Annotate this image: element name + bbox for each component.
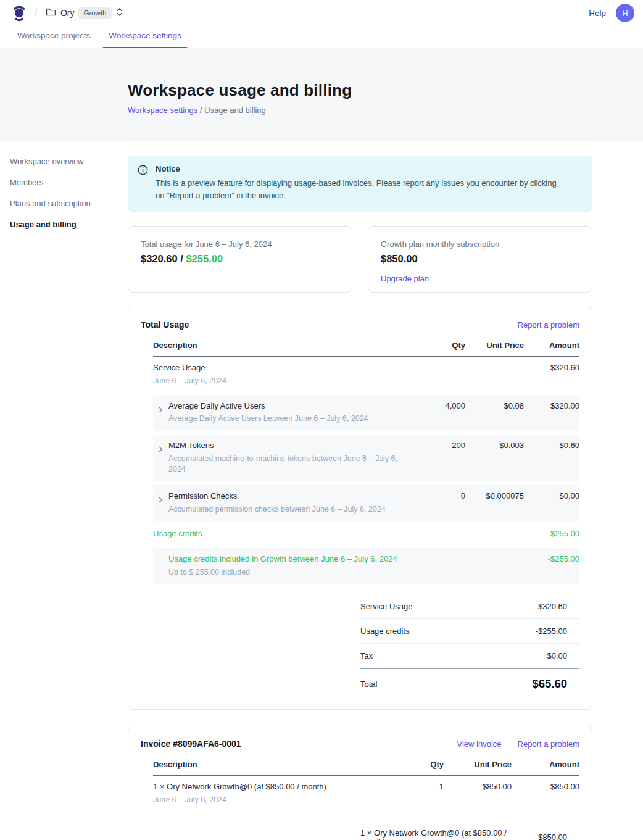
breadcrumb-workspace-settings-link[interactable]: Workspace settings xyxy=(128,106,197,115)
summary-value: $320.60 xyxy=(538,602,567,611)
tab-workspace-projects[interactable]: Workspace projects xyxy=(11,26,96,48)
row-subtitle: June 6 – July 6, 2024 xyxy=(153,795,399,806)
summary-label: 1 × Ory Network Growth@0 (at $850.00 / m… xyxy=(360,828,538,840)
invoice-summary: 1 × Ory Network Growth@0 (at $850.00 / m… xyxy=(360,821,579,840)
usage-card-title: Total Usage xyxy=(141,320,189,330)
row-title: Permission Checks xyxy=(168,491,386,502)
sidebar-item-plans-and-subscription[interactable]: Plans and subscription xyxy=(10,195,118,212)
row-title: 1 × Ory Network Growth@0 (at $850.00 / m… xyxy=(153,781,399,793)
col-qty: Qty xyxy=(422,341,465,350)
summary-value: $0.00 xyxy=(547,651,567,660)
help-link[interactable]: Help xyxy=(589,9,606,18)
summary-label: Tax xyxy=(360,651,373,660)
upgrade-plan-link[interactable]: Upgrade plan xyxy=(381,274,429,283)
summary-label: Usage credits xyxy=(360,626,409,636)
total-usage-label: Total usage for June 6 – July 6, 2024 xyxy=(141,239,339,249)
table-row: Usage credits included in Growth between… xyxy=(153,546,579,586)
ory-logo-icon[interactable] xyxy=(11,4,27,22)
invoice-table-header: Description Qty Unit Price Amount xyxy=(153,760,579,776)
total-usage-value: $320.60 / $255.00 xyxy=(141,253,339,265)
view-invoice-link[interactable]: View invoice xyxy=(457,739,502,749)
col-description: Description xyxy=(153,341,422,350)
notice-title: Notice xyxy=(156,164,563,173)
settings-sidenav: Workspace overview Members Plans and sub… xyxy=(10,153,118,237)
usage-table: Description Qty Unit Price Amount Servic… xyxy=(153,341,579,586)
folder-icon xyxy=(46,7,56,19)
total-value: $65.60 xyxy=(532,677,567,691)
total-label: Total xyxy=(360,680,377,689)
subscription-card: Growth plan monthly subscription $850.00… xyxy=(368,226,592,293)
col-amount: Amount xyxy=(524,341,579,350)
workspace-name: Ory xyxy=(60,8,75,18)
table-row: Permission Checks Accumulated permission… xyxy=(153,483,579,523)
subscription-label: Growth plan monthly subscription xyxy=(381,239,579,249)
row-subtitle: Up to $ 255.00 included xyxy=(168,567,415,578)
summary-value: -$255.00 xyxy=(536,626,567,636)
invoice-card-title: Invoice #8099AFA6-0001 xyxy=(141,739,241,749)
row-subtitle: June 6 – July 6, 2024 xyxy=(153,376,415,387)
total-usage-card: Total usage for June 6 – July 6, 2024 $3… xyxy=(128,226,352,293)
breadcrumb-separator: / xyxy=(200,106,204,115)
selector-chevrons-icon[interactable] xyxy=(116,7,123,19)
report-problem-link[interactable]: Report a problem xyxy=(518,320,579,330)
workspace-tabbar: Workspace projects Workspace settings xyxy=(0,26,643,48)
usage-credits-amount: $255.00 xyxy=(186,253,223,264)
usage-separator: / xyxy=(178,253,186,264)
usage-used-amount: $320.60 xyxy=(141,253,178,264)
col-description: Description xyxy=(153,760,407,769)
col-unit-price: Unit Price xyxy=(465,341,524,350)
sidebar-item-members[interactable]: Members xyxy=(10,174,118,191)
row-title: Average Daily Active Users xyxy=(168,401,368,412)
expand-chevron-icon[interactable] xyxy=(158,444,164,455)
usage-summary: Service Usage $320.60 Usage credits -$25… xyxy=(360,594,579,694)
user-avatar[interactable]: H xyxy=(616,4,634,22)
preview-notice: Notice This is a preview feature for dis… xyxy=(128,156,592,212)
row-title: Usage credits included in Growth between… xyxy=(168,554,415,565)
usage-table-header: Description Qty Unit Price Amount xyxy=(153,341,579,357)
sidebar-item-workspace-overview[interactable]: Workspace overview xyxy=(10,153,118,170)
row-subtitle: Accumulated permission checks between Ju… xyxy=(168,504,386,515)
plan-badge: Growth xyxy=(78,7,111,19)
main-content: Notice This is a preview feature for dis… xyxy=(128,141,592,840)
table-row: M2M Tokens Accumulated machine-to-machin… xyxy=(153,433,579,483)
breadcrumb-current: Usage and billing xyxy=(204,106,266,115)
summary-row: 1 × Ory Network Growth@0 (at $850.00 / m… xyxy=(360,821,579,840)
table-row: Average Daily Active Users Average Daily… xyxy=(153,393,579,433)
breadcrumb-separator: / xyxy=(35,8,37,18)
row-subtitle: Accumulated machine-to-machine tokens be… xyxy=(168,454,415,475)
info-icon xyxy=(138,165,148,202)
col-qty: Qty xyxy=(407,760,444,769)
page-title: Workspace usage and billing xyxy=(128,81,643,100)
row-subtitle: Average Daily Active Users between June … xyxy=(168,414,368,425)
summary-cards-row: Total usage for June 6 – July 6, 2024 $3… xyxy=(128,226,592,293)
usage-invoice-card: Total Usage Report a problem Description… xyxy=(128,307,592,710)
breadcrumb: Workspace settings / Usage and billing xyxy=(128,106,643,115)
summary-total-row: Total $65.60 xyxy=(360,669,579,694)
page-header: Workspace usage and billing Workspace se… xyxy=(0,48,643,141)
invoice-table: Description Qty Unit Price Amount 1 × Or… xyxy=(153,760,579,812)
summary-value: $850.00 xyxy=(538,833,567,840)
summary-row: Tax $0.00 xyxy=(360,644,579,669)
table-row: 1 × Ory Network Growth@0 (at $850.00 / m… xyxy=(153,776,579,812)
table-row: Usage credits -$255.00 xyxy=(153,523,579,546)
tab-workspace-settings[interactable]: Workspace settings xyxy=(102,26,188,48)
report-problem-link[interactable]: Report a problem xyxy=(518,739,579,749)
expand-chevron-icon[interactable] xyxy=(158,494,164,505)
top-bar: / Ory Growth Help H xyxy=(0,0,643,26)
col-amount: Amount xyxy=(512,760,579,769)
invoice-card: Invoice #8099AFA6-0001 View invoice Repo… xyxy=(128,726,592,840)
summary-row: Service Usage $320.60 xyxy=(360,594,579,619)
row-title: M2M Tokens xyxy=(168,440,415,452)
summary-label: Service Usage xyxy=(360,602,413,611)
summary-row: Usage credits -$255.00 xyxy=(360,619,579,644)
subscription-amount: $850.00 xyxy=(381,253,579,265)
table-row: Service Usage June 6 – July 6, 2024 $320… xyxy=(153,357,579,393)
sidebar-item-usage-and-billing[interactable]: Usage and billing xyxy=(10,216,118,233)
row-title: Service Usage xyxy=(153,362,415,374)
col-unit-price: Unit Price xyxy=(444,760,512,769)
expand-chevron-icon[interactable] xyxy=(158,404,164,415)
notice-body: This is a preview feature for displaying… xyxy=(156,177,563,202)
workspace-picker[interactable]: Ory Growth xyxy=(46,7,123,19)
row-title: Usage credits xyxy=(153,528,415,540)
